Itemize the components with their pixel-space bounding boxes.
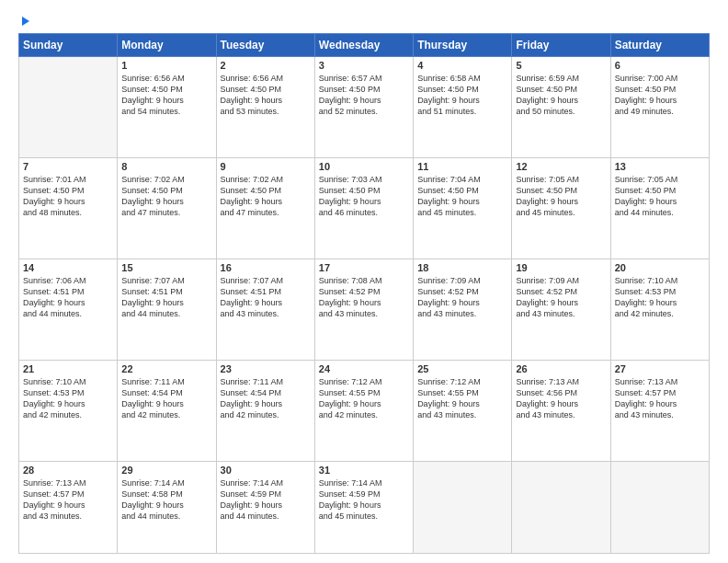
weekday-header-friday: Friday [512,34,610,57]
calendar-cell: 10Sunrise: 7:03 AM Sunset: 4:50 PM Dayli… [314,158,413,259]
day-number: 27 [615,363,705,374]
calendar-cell [610,462,709,554]
day-number: 15 [121,262,211,273]
calendar-cell: 1Sunrise: 6:56 AM Sunset: 4:50 PM Daylig… [118,57,216,158]
weekday-header-thursday: Thursday [414,34,512,57]
day-number: 16 [221,262,311,273]
weekday-header-wednesday: Wednesday [314,34,413,57]
day-info: Sunrise: 6:57 AM Sunset: 4:50 PM Dayligh… [319,73,409,118]
week-row-5: 28Sunrise: 7:13 AM Sunset: 4:57 PM Dayli… [19,462,710,554]
day-number: 5 [516,60,606,71]
day-info: Sunrise: 7:13 AM Sunset: 4:57 PM Dayligh… [23,477,113,523]
calendar-cell: 24Sunrise: 7:12 AM Sunset: 4:55 PM Dayli… [314,361,413,462]
day-info: Sunrise: 7:00 AM Sunset: 4:50 PM Dayligh… [615,73,705,118]
page: SundayMondayTuesdayWednesdayThursdayFrid… [0,0,728,563]
day-info: Sunrise: 7:08 AM Sunset: 4:52 PM Dayligh… [319,275,409,320]
day-number: 30 [221,465,311,476]
week-row-1: 1Sunrise: 6:56 AM Sunset: 4:50 PM Daylig… [19,57,710,158]
calendar-cell: 31Sunrise: 7:14 AM Sunset: 4:59 PM Dayli… [314,462,413,554]
day-number: 4 [417,60,507,71]
day-number: 13 [615,161,705,172]
day-number: 28 [23,465,113,476]
day-number: 8 [121,161,211,172]
calendar-cell: 11Sunrise: 7:04 AM Sunset: 4:50 PM Dayli… [414,158,512,259]
calendar-cell: 13Sunrise: 7:05 AM Sunset: 4:50 PM Dayli… [610,158,709,259]
day-info: Sunrise: 7:03 AM Sunset: 4:50 PM Dayligh… [319,174,409,219]
calendar-cell: 15Sunrise: 7:07 AM Sunset: 4:51 PM Dayli… [118,259,216,361]
day-info: Sunrise: 7:09 AM Sunset: 4:52 PM Dayligh… [516,275,606,320]
day-info: Sunrise: 7:12 AM Sunset: 4:55 PM Dayligh… [319,376,409,421]
weekday-header-sunday: Sunday [19,34,118,57]
day-number: 22 [121,363,211,374]
calendar-cell: 17Sunrise: 7:08 AM Sunset: 4:52 PM Dayli… [314,259,413,361]
calendar-cell: 21Sunrise: 7:10 AM Sunset: 4:53 PM Dayli… [19,361,118,462]
day-info: Sunrise: 7:04 AM Sunset: 4:50 PM Dayligh… [417,174,507,219]
day-info: Sunrise: 6:59 AM Sunset: 4:50 PM Dayligh… [516,73,606,118]
calendar-cell [512,462,610,554]
day-number: 25 [417,363,507,374]
day-number: 21 [23,363,113,374]
day-number: 2 [221,60,311,71]
day-number: 23 [221,363,311,374]
day-info: Sunrise: 6:56 AM Sunset: 4:50 PM Dayligh… [221,73,311,118]
calendar-cell [19,57,118,158]
day-info: Sunrise: 7:10 AM Sunset: 4:53 PM Dayligh… [23,376,113,421]
day-info: Sunrise: 7:01 AM Sunset: 4:50 PM Dayligh… [23,174,113,219]
calendar-cell: 2Sunrise: 6:56 AM Sunset: 4:50 PM Daylig… [216,57,314,158]
day-info: Sunrise: 7:05 AM Sunset: 4:50 PM Dayligh… [615,174,705,219]
day-info: Sunrise: 7:06 AM Sunset: 4:51 PM Dayligh… [23,275,113,320]
calendar-cell: 6Sunrise: 7:00 AM Sunset: 4:50 PM Daylig… [610,57,709,158]
day-number: 18 [417,262,507,273]
day-number: 20 [615,262,705,273]
calendar-cell: 23Sunrise: 7:11 AM Sunset: 4:54 PM Dayli… [216,361,314,462]
calendar-cell: 5Sunrise: 6:59 AM Sunset: 4:50 PM Daylig… [512,57,610,158]
calendar-cell: 29Sunrise: 7:14 AM Sunset: 4:58 PM Dayli… [118,462,216,554]
day-info: Sunrise: 7:07 AM Sunset: 4:51 PM Dayligh… [221,275,311,320]
day-info: Sunrise: 7:11 AM Sunset: 4:54 PM Dayligh… [221,376,311,421]
day-info: Sunrise: 6:56 AM Sunset: 4:50 PM Dayligh… [121,73,211,118]
calendar-cell: 8Sunrise: 7:02 AM Sunset: 4:50 PM Daylig… [118,158,216,259]
day-number: 17 [319,262,409,273]
calendar-cell: 30Sunrise: 7:14 AM Sunset: 4:59 PM Dayli… [216,462,314,554]
day-info: Sunrise: 6:58 AM Sunset: 4:50 PM Dayligh… [417,73,507,118]
calendar-cell: 28Sunrise: 7:13 AM Sunset: 4:57 PM Dayli… [19,462,118,554]
day-number: 24 [319,363,409,374]
day-info: Sunrise: 7:09 AM Sunset: 4:52 PM Dayligh… [417,275,507,320]
day-number: 7 [23,161,113,172]
day-info: Sunrise: 7:14 AM Sunset: 4:58 PM Dayligh… [121,477,211,523]
day-number: 1 [121,60,211,71]
day-number: 11 [417,161,507,172]
day-number: 3 [319,60,409,71]
day-info: Sunrise: 7:13 AM Sunset: 4:56 PM Dayligh… [516,376,606,421]
day-info: Sunrise: 7:02 AM Sunset: 4:50 PM Dayligh… [121,174,211,219]
calendar-cell: 14Sunrise: 7:06 AM Sunset: 4:51 PM Dayli… [19,259,118,361]
calendar-cell: 25Sunrise: 7:12 AM Sunset: 4:55 PM Dayli… [414,361,512,462]
calendar-table: SundayMondayTuesdayWednesdayThursdayFrid… [18,33,710,554]
day-number: 6 [615,60,705,71]
calendar-cell: 20Sunrise: 7:10 AM Sunset: 4:53 PM Dayli… [610,259,709,361]
week-row-4: 21Sunrise: 7:10 AM Sunset: 4:53 PM Dayli… [19,361,710,462]
calendar-cell: 4Sunrise: 6:58 AM Sunset: 4:50 PM Daylig… [414,57,512,158]
calendar-cell: 9Sunrise: 7:02 AM Sunset: 4:50 PM Daylig… [216,158,314,259]
day-info: Sunrise: 7:02 AM Sunset: 4:50 PM Dayligh… [221,174,311,219]
day-number: 14 [23,262,113,273]
day-number: 26 [516,363,606,374]
header [18,17,710,26]
day-number: 12 [516,161,606,172]
day-info: Sunrise: 7:13 AM Sunset: 4:57 PM Dayligh… [615,376,705,421]
week-row-3: 14Sunrise: 7:06 AM Sunset: 4:51 PM Dayli… [19,259,710,361]
weekday-header-saturday: Saturday [610,34,709,57]
calendar-cell: 19Sunrise: 7:09 AM Sunset: 4:52 PM Dayli… [512,259,610,361]
day-info: Sunrise: 7:07 AM Sunset: 4:51 PM Dayligh… [121,275,211,320]
week-row-2: 7Sunrise: 7:01 AM Sunset: 4:50 PM Daylig… [19,158,710,259]
day-number: 29 [121,465,211,476]
calendar-cell: 22Sunrise: 7:11 AM Sunset: 4:54 PM Dayli… [118,361,216,462]
day-info: Sunrise: 7:12 AM Sunset: 4:55 PM Dayligh… [417,376,507,421]
logo-arrow-icon [22,17,29,26]
day-number: 31 [319,465,409,476]
weekday-header-row: SundayMondayTuesdayWednesdayThursdayFrid… [19,34,710,57]
weekday-header-tuesday: Tuesday [216,34,314,57]
calendar-cell: 26Sunrise: 7:13 AM Sunset: 4:56 PM Dayli… [512,361,610,462]
calendar-cell: 12Sunrise: 7:05 AM Sunset: 4:50 PM Dayli… [512,158,610,259]
calendar-cell: 3Sunrise: 6:57 AM Sunset: 4:50 PM Daylig… [314,57,413,158]
